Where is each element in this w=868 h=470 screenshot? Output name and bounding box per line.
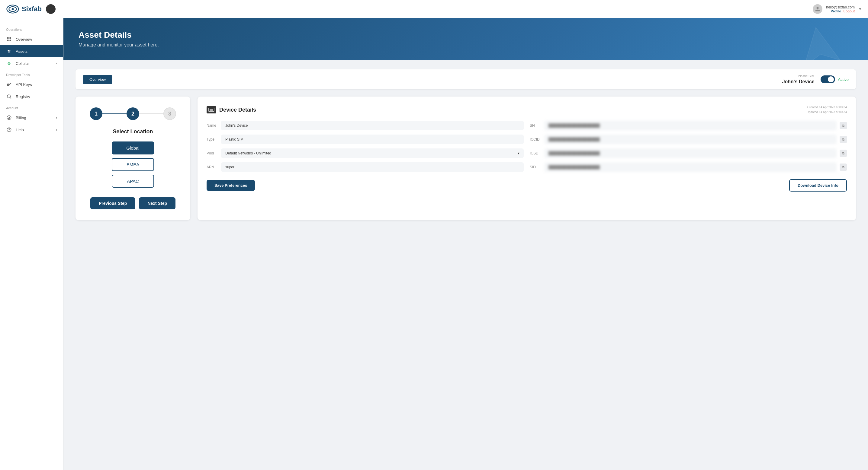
sidebar-section-operations: Operations [0,24,63,33]
sid-field: SID ████████████████████ ⧉ [530,162,847,172]
logo-text: Sixfab [22,5,42,13]
billing-chevron-icon: › [56,116,57,120]
icsd-copy-icon[interactable]: ⧉ [840,149,847,157]
top-nav: Sixfab hello@sixfab.com Profile Logout ▼ [0,0,868,18]
apn-field: APN super [207,162,524,172]
cellular-chevron-icon: › [56,62,57,65]
help-chevron-icon: › [56,128,57,132]
logo: Sixfab [6,4,42,14]
step-line-2-3 [139,113,163,114]
cellular-icon [6,60,12,66]
sn-value: ████████████████████ [544,121,837,130]
step-2-circle: 2 [127,107,139,120]
sidebar-item-billing[interactable]: Billing › [0,112,63,124]
svg-rect-6 [10,40,11,41]
user-avatar [813,4,823,14]
step-1-number: 1 [95,111,98,117]
sidebar-item-overview[interactable]: Overview [0,33,63,45]
user-links: Profile Logout [831,9,855,13]
step-3-number: 3 [168,111,171,117]
page-header: Asset Details Manage and monitor your as… [63,18,868,60]
sidebar-label-billing: Billing [16,115,26,120]
type-label: Type [207,137,218,141]
nav-circle-button[interactable] [46,4,56,14]
pool-dropdown-icon: ▾ [518,151,520,155]
name-value: John's Device [221,121,524,130]
sidebar-item-apikeys[interactable]: API Keys [0,78,63,91]
created-at: Created 14 Apr 2023 at 00:34 [807,105,847,110]
sn-label: SN [530,123,541,128]
toggle-status-label: Active [838,77,849,82]
assets-icon [6,48,12,54]
sn-copy-icon[interactable]: ⧉ [840,122,847,129]
step-3-circle: 3 [163,107,176,120]
device-label-section: Plastic SIM John's Device [782,74,814,85]
pool-label: Pool [207,151,218,155]
pool-select[interactable]: Default Networks - Unlimited ▾ [221,148,524,158]
nav-right: hello@sixfab.com Profile Logout ▼ [813,4,862,14]
device-name-label: John's Device [782,79,814,85]
location-apac-button[interactable]: APAC [112,175,154,188]
app-body: Operations Overview Assets Cellular › De… [0,18,868,470]
registry-icon [6,94,12,100]
step-1-circle: 1 [90,107,102,120]
apn-label: APN [207,165,218,169]
sidebar-label-cellular: Cellular [16,61,29,66]
device-status-section: Plastic SIM John's Device Active [782,74,849,85]
iccid-copy-icon[interactable]: ⧉ [840,136,847,143]
location-options: Global EMEA APAC [88,141,178,188]
toggle-section: Active [820,75,849,83]
icsd-label: ICSD [530,151,541,155]
sid-label: SID [530,165,541,169]
svg-point-9 [8,51,9,53]
panel-buttons: Save Preferences Download Device Info [207,179,847,192]
wizard-buttons: Previous Step Next Step [88,197,178,209]
step-2-number: 2 [131,111,134,117]
profile-link[interactable]: Profile [831,9,841,13]
device-panel-title-section: Device Details [207,106,256,113]
billing-icon [6,114,12,121]
sidebar-label-assets: Assets [16,49,28,54]
device-icon [207,106,216,113]
iccid-field: ICCID ████████████████████ ⧉ [530,135,847,144]
type-value: Plastic SIM [221,135,524,144]
sidebar-item-assets[interactable]: Assets [0,45,63,57]
dropdown-chevron-icon: ▼ [858,7,862,11]
next-step-button[interactable]: Next Step [139,197,176,209]
help-icon [6,127,12,133]
device-panel-title-text: Device Details [219,107,256,113]
updated-at: Updated 14 Apr 2023 at 00:34 [807,110,847,114]
user-info: hello@sixfab.com Profile Logout [826,5,855,13]
location-global-button[interactable]: Global [112,141,154,155]
sidebar-item-help[interactable]: Help › [0,124,63,136]
svg-rect-18 [210,109,213,111]
previous-step-button[interactable]: Previous Step [90,197,135,209]
icsd-value: ████████████████████ [544,148,837,158]
save-preferences-button[interactable]: Save Preferences [207,180,255,191]
sidebar-item-registry[interactable]: Registry [0,91,63,103]
sidebar-label-overview: Overview [16,37,32,42]
grid-icon [6,36,12,42]
download-device-info-button[interactable]: Download Device Info [789,179,847,192]
active-toggle[interactable] [820,75,835,83]
svg-point-8 [9,50,10,52]
svg-point-2 [11,8,13,10]
sid-value: ████████████████████ [544,162,837,172]
apn-value: super [221,162,524,172]
sidebar-item-cellular[interactable]: Cellular › [0,57,63,69]
wizard-panel: 1 2 3 Select Location Gl [75,97,190,220]
key-icon [6,81,12,88]
header-decoration [785,18,854,60]
sid-copy-icon[interactable]: ⧉ [840,164,847,171]
svg-point-16 [9,131,9,131]
sidebar-section-account: Account [0,103,63,112]
step-indicator: 1 2 3 [88,107,178,120]
content-area: Overview Plastic SIM John's Device Activ… [63,60,868,470]
location-emea-button[interactable]: EMEA [112,158,154,171]
iccid-value: ████████████████████ [544,135,837,144]
device-type-label: Plastic SIM [798,74,814,78]
logout-link[interactable]: Logout [843,9,855,13]
user-email: hello@sixfab.com [826,5,855,9]
overview-tab[interactable]: Overview [83,75,112,84]
pool-field: Pool Default Networks - Unlimited ▾ [207,148,524,158]
